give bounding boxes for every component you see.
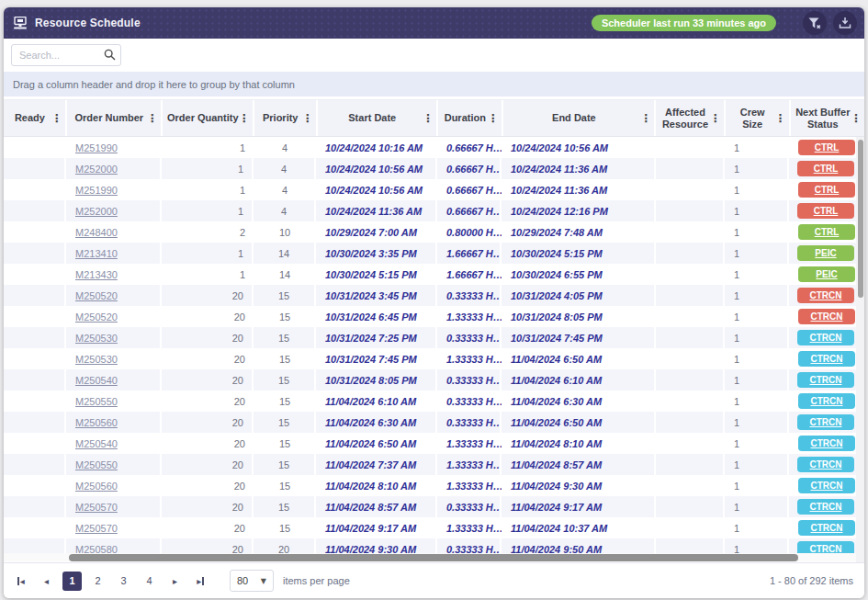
cell-order_number[interactable]: M250520 bbox=[66, 285, 162, 306]
cell-start_date: 10/30/2024 5:15 PM bbox=[316, 264, 437, 285]
column-menu-icon[interactable]: ⋮ bbox=[775, 112, 786, 124]
status-badge[interactable]: CTRCN bbox=[798, 309, 855, 324]
column-header-duration[interactable]: Duration⋮ bbox=[438, 100, 502, 136]
cell-duration: 0.80000 H… bbox=[437, 221, 502, 243]
cell-affected_resource bbox=[656, 306, 725, 327]
page-button-1[interactable]: 1 bbox=[62, 572, 82, 591]
pager-prev-button[interactable]: ◂ bbox=[37, 572, 56, 591]
cell-order_quantity: 1 bbox=[162, 137, 254, 158]
status-badge[interactable]: CTRCN bbox=[797, 330, 854, 345]
group-by-drop-zone[interactable]: Drag a column header and drop it here to… bbox=[4, 72, 864, 99]
cell-order_number[interactable]: M250570 bbox=[66, 496, 162, 517]
pager-first-button[interactable]: ◂ bbox=[11, 572, 30, 591]
cell-end_date: 11/04/2024 6:50 AM bbox=[502, 348, 656, 369]
toolbar bbox=[4, 39, 864, 72]
horizontal-scrollbar[interactable] bbox=[4, 553, 856, 561]
status-badge[interactable]: CTRCN bbox=[798, 436, 855, 451]
cell-order_number[interactable]: M213410 bbox=[66, 243, 162, 264]
column-header-start_date[interactable]: Start Date⋮ bbox=[318, 100, 436, 136]
cell-order_number[interactable]: M250530 bbox=[66, 327, 162, 348]
status-badge[interactable]: CTRCN bbox=[797, 499, 854, 515]
cell-order_number[interactable]: M213430 bbox=[66, 264, 162, 285]
cell-duration: 1.33333 H… bbox=[437, 433, 502, 454]
vertical-scrollbar[interactable] bbox=[856, 137, 864, 562]
cell-start_date: 10/31/2024 6:45 PM bbox=[316, 306, 437, 327]
table-row: M2520001410/24/2024 10:56 AM0.66667 H…10… bbox=[4, 158, 864, 179]
horizontal-scrollbar-thumb[interactable] bbox=[69, 554, 798, 561]
cell-order_number[interactable]: M250540 bbox=[66, 433, 162, 454]
status-badge[interactable]: CTRCN bbox=[798, 478, 855, 493]
status-badge[interactable]: CTRCN bbox=[797, 372, 854, 388]
cell-end_date: 11/04/2024 6:50 AM bbox=[502, 412, 656, 433]
cell-order_number[interactable]: M250520 bbox=[66, 306, 162, 327]
column-menu-icon[interactable]: ⋮ bbox=[640, 112, 651, 124]
cell-order_number[interactable]: M250540 bbox=[66, 369, 162, 391]
cell-affected_resource bbox=[656, 243, 725, 264]
column-menu-icon[interactable]: ⋮ bbox=[147, 112, 158, 124]
page-button-4[interactable]: 4 bbox=[140, 572, 159, 591]
vertical-scrollbar-thumb[interactable] bbox=[858, 140, 863, 298]
page-button-3[interactable]: 3 bbox=[114, 572, 133, 591]
pager-next-button[interactable]: ▸ bbox=[165, 572, 185, 591]
cell-order_quantity: 2 bbox=[162, 221, 254, 243]
column-menu-icon[interactable]: ⋮ bbox=[710, 112, 721, 124]
status-badge[interactable]: CTRCN bbox=[797, 288, 854, 303]
column-menu-icon[interactable]: ⋮ bbox=[423, 112, 434, 124]
cell-priority: 10 bbox=[254, 221, 316, 243]
group-by-hint-text: Drag a column header and drop it here to… bbox=[13, 79, 295, 90]
cell-order_number[interactable]: M250570 bbox=[66, 517, 162, 538]
column-header-priority[interactable]: Priority⋮ bbox=[254, 100, 316, 136]
page-button-2[interactable]: 2 bbox=[88, 572, 107, 591]
cell-crew_size: 1 bbox=[725, 348, 789, 369]
status-badge[interactable]: CTRCN bbox=[798, 351, 855, 367]
status-badge[interactable]: CTRL bbox=[798, 224, 855, 240]
status-badge[interactable]: CTRCN bbox=[797, 457, 854, 472]
cell-order_quantity: 1 bbox=[162, 200, 254, 221]
status-badge[interactable]: CTRL bbox=[798, 182, 855, 198]
cell-order_number[interactable]: M250560 bbox=[66, 475, 162, 496]
cell-crew_size: 1 bbox=[725, 369, 789, 391]
pager-last-button[interactable]: ▸ bbox=[191, 572, 210, 591]
cell-order_number[interactable]: M250530 bbox=[66, 348, 162, 369]
column-header-ready[interactable]: Ready⋮ bbox=[4, 100, 65, 136]
column-header-end_date[interactable]: End Date⋮ bbox=[503, 100, 654, 136]
cell-affected_resource bbox=[656, 391, 725, 412]
column-header-label: Next Buffer Status bbox=[795, 107, 851, 130]
status-badge[interactable]: PEIC bbox=[798, 266, 855, 282]
cell-order_number[interactable]: M250550 bbox=[66, 454, 162, 475]
column-header-crew_size[interactable]: Crew Size⋮ bbox=[726, 100, 789, 136]
column-header-label: Duration bbox=[445, 112, 486, 124]
cell-crew_size: 1 bbox=[725, 475, 789, 496]
cell-crew_size: 1 bbox=[725, 243, 789, 264]
cell-order_number[interactable]: M251990 bbox=[66, 137, 162, 158]
column-header-order_quantity[interactable]: Order Quantity⋮ bbox=[163, 100, 253, 136]
column-header-label: Priority bbox=[263, 112, 299, 124]
status-badge[interactable]: CTRCN bbox=[797, 414, 854, 430]
column-menu-icon[interactable]: ⋮ bbox=[851, 112, 862, 124]
cell-order_number[interactable]: M250560 bbox=[66, 412, 162, 433]
page-size-dropdown[interactable]: 80 ▼ bbox=[230, 570, 274, 592]
column-menu-icon[interactable]: ⋮ bbox=[51, 112, 62, 124]
column-header-status[interactable]: Next Buffer Status⋮ bbox=[791, 100, 864, 136]
export-button[interactable] bbox=[833, 11, 857, 35]
cell-start_date: 10/31/2024 7:45 PM bbox=[316, 348, 437, 369]
cell-order_number[interactable]: M252000 bbox=[66, 158, 162, 179]
cell-order_number[interactable]: M252000 bbox=[66, 200, 162, 221]
cell-order_number[interactable]: M248400 bbox=[66, 221, 162, 243]
status-badge[interactable]: CTRCN bbox=[798, 520, 855, 536]
status-badge[interactable]: CTRL bbox=[797, 161, 854, 176]
column-header-order_number[interactable]: Order Number⋮ bbox=[67, 100, 161, 136]
cell-order_number[interactable]: M250550 bbox=[66, 391, 162, 412]
column-menu-icon[interactable]: ⋮ bbox=[239, 112, 250, 124]
column-menu-icon[interactable]: ⋮ bbox=[488, 112, 499, 124]
column-menu-icon[interactable]: ⋮ bbox=[302, 112, 313, 124]
status-badge[interactable]: PEIC bbox=[797, 245, 854, 261]
status-badge[interactable]: CTRL bbox=[798, 140, 855, 155]
clear-filter-button[interactable] bbox=[803, 11, 827, 35]
cell-order_number[interactable]: M251990 bbox=[66, 179, 162, 200]
column-header-label: Start Date bbox=[348, 112, 396, 124]
status-badge[interactable]: CTRL bbox=[797, 203, 854, 219]
status-badge[interactable]: CTRCN bbox=[798, 393, 855, 409]
column-header-affected_resource[interactable]: Affected Resource⋮ bbox=[656, 100, 724, 136]
search-icon[interactable] bbox=[104, 49, 116, 61]
